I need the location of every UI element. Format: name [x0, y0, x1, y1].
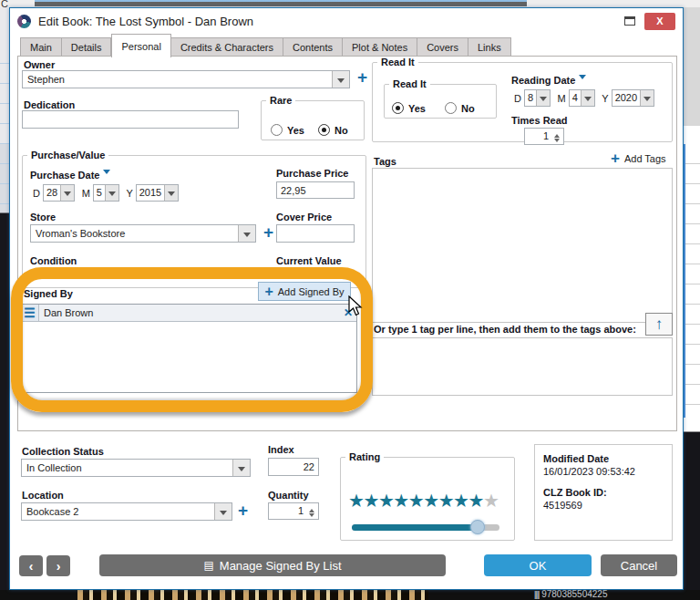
modified-date-value: 16/01/2023 09:53:42 — [543, 466, 635, 477]
barcode-icon: |||| — [534, 590, 539, 599]
star-icon[interactable]: ★ — [348, 491, 363, 511]
reading-day-select[interactable]: 8 — [524, 89, 551, 107]
slider-handle[interactable] — [470, 520, 485, 534]
read-it-group: Read It Read It Yes No Reading Date D8 M… — [372, 57, 673, 142]
store-combobox[interactable]: Vroman's Bookstore — [30, 224, 256, 243]
chevron-down-icon[interactable] — [640, 90, 654, 106]
titlebar[interactable]: Edit Book: The Lost Symbol - Dan Brown X — [10, 8, 683, 34]
close-button[interactable]: X — [644, 13, 675, 30]
reading-year-select[interactable]: 2020 — [612, 89, 654, 107]
chevron-down-icon[interactable] — [581, 90, 594, 106]
chevron-down-icon[interactable] — [238, 225, 255, 242]
date-preset-icon[interactable] — [579, 75, 586, 83]
times-read-stepper[interactable]: 1 — [524, 128, 564, 145]
cover-price-input[interactable] — [276, 224, 355, 243]
prev-book-button[interactable]: ‹ — [19, 555, 43, 576]
add-tags-button[interactable]: + Add Tags — [611, 153, 666, 164]
location-combobox[interactable]: Bookcase 2 — [21, 502, 232, 521]
location-label: Location — [22, 490, 64, 501]
collection-status-label: Collection Status — [22, 446, 104, 457]
index-label: Index — [268, 444, 294, 455]
signed-by-label: Signed By — [24, 288, 73, 299]
background-book-cover: |||| 9780385504225 — [0, 590, 700, 600]
star-icon[interactable]: ★ — [363, 491, 377, 511]
times-read-label: Times Read — [511, 115, 568, 126]
owner-combobox[interactable]: Stephen — [22, 70, 350, 88]
collection-status-combobox[interactable]: In Collection — [21, 459, 251, 477]
chevron-down-icon[interactable] — [105, 185, 118, 201]
signed-by-row[interactable]: ☰Dan Brown✕ — [21, 305, 356, 322]
star-icon[interactable]: ★ — [468, 491, 483, 511]
background-window-edge — [35, 0, 527, 6]
add-store-button[interactable]: + — [263, 224, 273, 241]
chevron-down-icon[interactable] — [164, 185, 178, 201]
manage-signed-by-button[interactable]: ▤ Manage Signed By List — [99, 554, 446, 576]
quantity-label: Quantity — [268, 490, 309, 501]
background-left-strip — [0, 7, 9, 600]
add-signed-by-button[interactable]: + Add Signed By — [258, 282, 351, 301]
tab-links[interactable]: Links — [468, 37, 511, 57]
dedication-input[interactable] — [22, 110, 239, 129]
chevron-down-icon[interactable] — [214, 503, 232, 520]
index-input[interactable] — [268, 458, 319, 476]
tab-details[interactable]: Details — [62, 37, 112, 57]
tab-main[interactable]: Main — [20, 37, 62, 57]
tags-textarea[interactable] — [372, 337, 673, 396]
add-typed-tags-button[interactable]: ↑ — [645, 313, 673, 336]
rare-yes-radio[interactable]: Yes — [271, 124, 304, 136]
add-location-button[interactable]: + — [238, 502, 248, 519]
chevron-right-icon: › — [57, 559, 61, 574]
plus-icon: + — [264, 287, 273, 296]
rating-slider[interactable] — [352, 524, 499, 531]
maximize-button[interactable] — [624, 16, 635, 26]
stepper-arrows-icon[interactable] — [307, 505, 316, 521]
cancel-button[interactable]: Cancel — [601, 554, 677, 576]
chevron-down-icon[interactable] — [332, 71, 349, 88]
tab-covers[interactable]: Covers — [417, 37, 468, 57]
dedication-label: Dedication — [24, 99, 75, 110]
add-owner-button[interactable]: + — [357, 69, 367, 86]
reading-month-select[interactable]: 4 — [569, 89, 595, 107]
star-icon[interactable]: ★ — [393, 491, 407, 511]
date-preset-icon[interactable] — [103, 170, 110, 178]
background-list-panel — [684, 7, 700, 600]
star-icon[interactable]: ★ — [408, 491, 423, 511]
ok-button[interactable]: OK — [484, 554, 592, 576]
rare-no-radio[interactable]: No — [318, 124, 348, 136]
read-it-yes-radio[interactable]: Yes — [392, 102, 426, 114]
tab-credits-characters[interactable]: Credits & Characters — [171, 37, 283, 57]
tab-contents[interactable]: Contents — [283, 37, 343, 57]
rare-group: Rare Yes No — [261, 95, 365, 140]
star-icon[interactable]: ★ — [483, 491, 498, 511]
chevron-down-icon[interactable] — [536, 90, 550, 106]
star-icon[interactable]: ★ — [378, 491, 393, 511]
purchase-day-select[interactable]: 28 — [43, 184, 75, 202]
purchase-month-select[interactable]: 5 — [93, 184, 119, 202]
tab-personal[interactable]: Personal — [111, 34, 170, 57]
quantity-stepper[interactable]: 1 — [268, 502, 319, 520]
purchase-year-select[interactable]: 2015 — [136, 184, 179, 202]
drag-handle-icon[interactable]: ☰ — [21, 305, 39, 321]
tab-plot-notes[interactable]: Plot & Notes — [343, 37, 417, 57]
tags-box[interactable] — [372, 168, 673, 323]
stepper-arrows-icon[interactable] — [552, 130, 561, 146]
purchase-price-input[interactable] — [276, 181, 355, 199]
signed-by-list[interactable]: ☰Dan Brown✕ — [20, 304, 357, 393]
purchase-value-group: Purchase/Value Purchase Date D28 M5 Y201… — [22, 150, 366, 288]
info-box: Modified Date 16/01/2023 09:53:42 CLZ Bo… — [534, 444, 673, 541]
next-book-button[interactable]: › — [46, 555, 70, 576]
chevron-down-icon[interactable] — [232, 460, 250, 476]
list-icon: ▤ — [203, 559, 213, 572]
chevron-down-icon[interactable] — [60, 185, 74, 201]
reading-date-label: Reading Date — [511, 75, 586, 86]
clz-app-icon — [17, 15, 31, 28]
clz-id-value: 4519569 — [543, 500, 582, 511]
clz-id-label: CLZ Book ID: — [543, 486, 664, 499]
current-value-label: Current Value — [276, 255, 342, 266]
star-icon[interactable]: ★ — [438, 491, 453, 511]
remove-icon[interactable]: ✕ — [340, 306, 356, 319]
rating-stars[interactable]: ★★★★★★★★★★ — [348, 490, 509, 512]
read-it-no-radio[interactable]: No — [445, 102, 475, 114]
star-icon[interactable]: ★ — [453, 491, 468, 511]
star-icon[interactable]: ★ — [423, 491, 438, 511]
